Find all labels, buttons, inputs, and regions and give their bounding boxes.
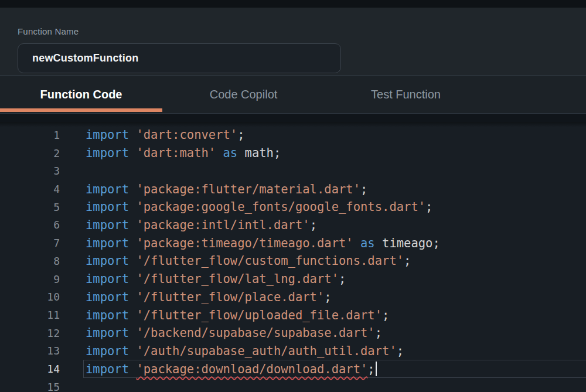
code-line[interactable]: 3 xyxy=(0,162,586,180)
code-line[interactable]: 5import 'package:google_fonts/google_fon… xyxy=(0,198,586,216)
code-token xyxy=(129,362,136,376)
code-token xyxy=(129,344,136,358)
tab-test-function-label: Test Function xyxy=(371,88,441,101)
code-token: 'package:timeago/timeago.dart' xyxy=(136,236,353,250)
code-line[interactable]: 9import '/flutter_flow/lat_lng.dart'; xyxy=(0,270,586,288)
code-token xyxy=(129,326,136,340)
code-editor[interactable]: 1import 'dart:convert';2import 'dart:mat… xyxy=(0,122,586,392)
code-token: ; xyxy=(404,254,411,268)
code-line[interactable]: 10import '/flutter_flow/place.dart'; xyxy=(0,288,586,306)
code-line[interactable]: 12import '/backend/supabase/supabase.dar… xyxy=(0,324,586,342)
code-lines: 1import 'dart:convert';2import 'dart:mat… xyxy=(0,126,586,392)
code-token xyxy=(129,290,136,304)
function-form-panel: Function Name newCustomFunction xyxy=(0,8,586,75)
code-text: import '/flutter_flow/uploaded_file.dart… xyxy=(83,306,586,324)
tab-function-code[interactable]: Function Code xyxy=(0,76,162,113)
line-number: 15 xyxy=(0,378,60,392)
code-token xyxy=(353,236,360,250)
code-token xyxy=(129,200,136,214)
code-token: import xyxy=(86,272,129,286)
tab-code-copilot[interactable]: Code Copilot xyxy=(162,76,325,113)
code-text: import '/flutter_flow/custom_functions.d… xyxy=(83,252,586,270)
tab-bar: Function Code Code Copilot Test Function xyxy=(0,76,586,113)
code-token: '/auth/supabase_auth/auth_util.dart' xyxy=(136,344,396,358)
code-token: ; xyxy=(375,326,382,340)
code-token xyxy=(129,128,136,142)
function-name-label: Function Name xyxy=(18,26,79,36)
code-token: ; xyxy=(425,200,432,214)
code-token: import xyxy=(86,254,129,268)
code-token: as xyxy=(223,146,238,160)
code-line[interactable]: 4import 'package:flutter/material.dart'; xyxy=(0,180,586,198)
code-token: import xyxy=(86,290,129,304)
code-token xyxy=(129,146,136,160)
line-number: 6 xyxy=(0,216,60,234)
code-token: ; xyxy=(324,290,331,304)
code-text: import '/flutter_flow/lat_lng.dart'; xyxy=(83,270,586,288)
code-token: 'package:flutter/material.dart' xyxy=(136,182,360,196)
error-squiggle-token: 'package:download/download.dart' xyxy=(136,362,367,376)
code-token xyxy=(129,272,136,286)
line-number: 3 xyxy=(0,162,60,180)
code-text: import 'package:flutter/material.dart'; xyxy=(83,180,586,198)
tab-test-function[interactable]: Test Function xyxy=(325,76,487,113)
code-text: import 'package:intl/intl.dart'; xyxy=(83,216,586,234)
code-token: import xyxy=(86,236,129,250)
line-number: 14 xyxy=(0,360,60,378)
code-token: ; xyxy=(310,218,317,232)
code-line[interactable]: 1import 'dart:convert'; xyxy=(0,126,586,144)
tab-code-copilot-label: Code Copilot xyxy=(210,88,278,101)
code-token: import xyxy=(86,344,129,358)
code-line[interactable]: 7import 'package:timeago/timeago.dart' a… xyxy=(0,234,586,252)
code-token: import xyxy=(86,182,129,196)
code-token xyxy=(129,254,136,268)
line-number: 10 xyxy=(0,288,60,306)
code-token: 'dart:convert' xyxy=(136,128,237,142)
gap-strip xyxy=(0,114,586,122)
code-text: import 'package:download/download.dart'; xyxy=(83,360,586,378)
code-token xyxy=(129,236,136,250)
code-token: import xyxy=(86,218,129,232)
code-token: ; xyxy=(237,128,244,142)
code-text: import 'dart:math' as math; xyxy=(83,144,586,162)
code-token: 'package:google_fonts/google_fonts.dart' xyxy=(136,200,425,214)
code-text: import 'package:google_fonts/google_font… xyxy=(83,198,586,216)
code-token: 'package:intl/intl.dart' xyxy=(136,218,309,232)
code-text: import '/backend/supabase/supabase.dart'… xyxy=(83,324,586,342)
code-token: ; xyxy=(367,362,374,376)
line-number: 5 xyxy=(0,198,60,216)
code-token: import xyxy=(86,362,129,376)
code-text: import 'dart:convert'; xyxy=(83,126,586,144)
code-token: import xyxy=(86,200,129,214)
code-line[interactable]: 8import '/flutter_flow/custom_functions.… xyxy=(0,252,586,270)
code-text: import '/flutter_flow/place.dart'; xyxy=(83,288,586,306)
code-token: import xyxy=(86,326,129,340)
code-text xyxy=(83,162,586,180)
code-token: ; xyxy=(397,344,404,358)
line-number: 4 xyxy=(0,180,60,198)
code-line[interactable]: 6import 'package:intl/intl.dart'; xyxy=(0,216,586,234)
line-number: 1 xyxy=(0,126,60,144)
code-token xyxy=(216,146,223,160)
code-line[interactable]: 13import '/auth/supabase_auth/auth_util.… xyxy=(0,342,586,360)
line-number: 7 xyxy=(0,234,60,252)
code-token: import xyxy=(86,308,129,322)
code-token: '/flutter_flow/custom_functions.dart' xyxy=(136,254,404,268)
code-line[interactable]: 14import 'package:download/download.dart… xyxy=(0,360,586,378)
function-name-input[interactable]: newCustomFunction xyxy=(18,43,341,73)
active-tab-underline xyxy=(0,108,162,112)
code-token: '/flutter_flow/lat_lng.dart' xyxy=(136,272,339,286)
code-token: ; xyxy=(360,182,367,196)
code-line[interactable]: 2import 'dart:math' as math; xyxy=(0,144,586,162)
code-line[interactable]: 15 xyxy=(0,378,586,392)
line-number: 12 xyxy=(0,324,60,342)
code-token xyxy=(129,308,136,322)
code-token: timeago; xyxy=(375,236,440,250)
code-line[interactable]: 11import '/flutter_flow/uploaded_file.da… xyxy=(0,306,586,324)
code-token: 'dart:math' xyxy=(136,146,216,160)
line-number: 9 xyxy=(0,270,60,288)
top-bar xyxy=(0,0,586,8)
function-name-value: newCustomFunction xyxy=(32,52,138,64)
tab-function-code-label: Function Code xyxy=(40,88,122,101)
line-number: 11 xyxy=(0,306,60,324)
